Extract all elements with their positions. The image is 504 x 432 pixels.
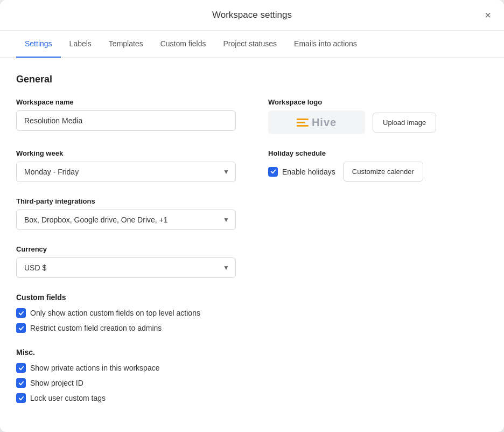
tab-emails-into-actions[interactable]: Emails into actions xyxy=(285,31,366,58)
upload-image-button[interactable]: Upload image xyxy=(373,113,436,133)
currency-select-wrapper: USD $ EUR € GBP £ ▼ xyxy=(16,257,236,278)
tab-custom-fields[interactable]: Custom fields xyxy=(152,31,215,58)
tab-project-statuses[interactable]: Project statuses xyxy=(214,31,285,58)
misc-checkbox-3[interactable] xyxy=(16,393,26,403)
currency-select[interactable]: USD $ EUR € GBP £ xyxy=(16,257,236,278)
custom-fields-checkbox-1[interactable] xyxy=(16,308,26,318)
tab-labels[interactable]: Labels xyxy=(61,31,100,58)
hive-logo-text: Hive xyxy=(312,116,337,129)
enable-holidays-text: Enable holidays xyxy=(282,168,335,176)
custom-fields-section: Custom fields Only show action custom fi… xyxy=(16,293,488,333)
working-week-select[interactable]: Monday - Friday Monday - Saturday Monday… xyxy=(16,162,236,182)
misc-option-3-text: Lock user custom tags xyxy=(30,394,106,402)
workspace-name-group: Workspace name xyxy=(16,98,236,134)
working-week-label: Working week xyxy=(16,149,236,157)
checkmark-icon xyxy=(18,395,24,401)
holiday-schedule-group: Holiday schedule Enable holidays Customi… xyxy=(268,149,488,182)
misc-checkbox-2[interactable] xyxy=(16,378,26,388)
tab-bar: Settings Labels Templates Custom fields … xyxy=(0,31,504,58)
tab-settings[interactable]: Settings xyxy=(16,31,61,58)
custom-fields-checkbox-list: Only show action custom fields on top le… xyxy=(16,308,488,333)
settings-content: General Workspace name Workspace logo xyxy=(0,58,504,419)
custom-fields-option-2[interactable]: Restrict custom field creation to admins xyxy=(16,323,488,333)
workspace-name-input[interactable] xyxy=(16,110,236,131)
workspace-logo-group: Workspace logo Hive Upload image xyxy=(268,98,488,134)
customize-calendar-button[interactable]: Customize calender xyxy=(343,162,423,182)
modal-header: Workspace settings × xyxy=(0,0,504,31)
misc-section: Misc. Show private actions in this works… xyxy=(16,348,488,403)
third-party-group: Third-party integrations Box, Dropbox, G… xyxy=(16,197,236,230)
hive-line-3 xyxy=(297,125,309,127)
close-button[interactable]: × xyxy=(482,8,493,23)
hive-logo: Hive xyxy=(297,116,337,129)
enable-holidays-checkbox[interactable] xyxy=(268,167,278,177)
third-party-select[interactable]: Box, Dropbox, Google drive, One Drive, +… xyxy=(16,210,236,230)
misc-option-1-text: Show private actions in this workspace xyxy=(30,364,159,372)
misc-option-2[interactable]: Show project ID xyxy=(16,378,488,388)
custom-fields-option-2-text: Restrict custom field creation to admins xyxy=(30,324,162,332)
checkmark-icon xyxy=(18,365,24,371)
hive-lines-icon xyxy=(297,119,309,127)
checkmark-icon xyxy=(18,325,24,331)
workspace-logo-row: Hive Upload image xyxy=(268,110,488,134)
misc-option-3[interactable]: Lock user custom tags xyxy=(16,393,488,403)
misc-checkbox-list: Show private actions in this workspace S… xyxy=(16,363,488,403)
misc-section-title: Misc. xyxy=(16,348,488,357)
third-party-spacer xyxy=(268,197,488,230)
checkmark-icon xyxy=(18,310,24,316)
holiday-schedule-label: Holiday schedule xyxy=(268,149,488,157)
custom-fields-option-1[interactable]: Only show action custom fields on top le… xyxy=(16,308,488,318)
workspace-name-label: Workspace name xyxy=(16,98,236,106)
working-week-group: Working week Monday - Friday Monday - Sa… xyxy=(16,149,236,182)
third-party-label: Third-party integrations xyxy=(16,197,236,205)
general-section-title: General xyxy=(16,74,488,85)
workspace-settings-modal: Workspace settings × Settings Labels Tem… xyxy=(0,0,504,432)
hive-line-2 xyxy=(297,122,305,123)
third-party-select-wrapper: Box, Dropbox, Google drive, One Drive, +… xyxy=(16,210,236,230)
logo-preview: Hive xyxy=(268,110,365,134)
checkmark-icon xyxy=(18,380,24,386)
workspace-logo-label: Workspace logo xyxy=(268,98,488,106)
misc-option-1[interactable]: Show private actions in this workspace xyxy=(16,363,488,373)
misc-checkbox-1[interactable] xyxy=(16,363,26,373)
tab-templates[interactable]: Templates xyxy=(100,31,152,58)
modal-title: Workspace settings xyxy=(212,10,292,20)
currency-label: Currency xyxy=(16,245,236,253)
general-form: Workspace name Workspace logo Hiv xyxy=(16,98,488,278)
currency-group: Currency USD $ EUR € GBP £ ▼ xyxy=(16,245,236,278)
custom-fields-checkbox-2[interactable] xyxy=(16,323,26,333)
hive-line-1 xyxy=(297,119,309,120)
holiday-row: Enable holidays Customize calender xyxy=(268,162,488,182)
misc-option-2-text: Show project ID xyxy=(30,379,83,387)
custom-fields-section-title: Custom fields xyxy=(16,293,488,302)
working-week-select-wrapper: Monday - Friday Monday - Saturday Monday… xyxy=(16,162,236,182)
custom-fields-option-1-text: Only show action custom fields on top le… xyxy=(30,309,200,317)
enable-holidays-label[interactable]: Enable holidays xyxy=(268,167,335,177)
checkmark-icon xyxy=(270,169,276,175)
